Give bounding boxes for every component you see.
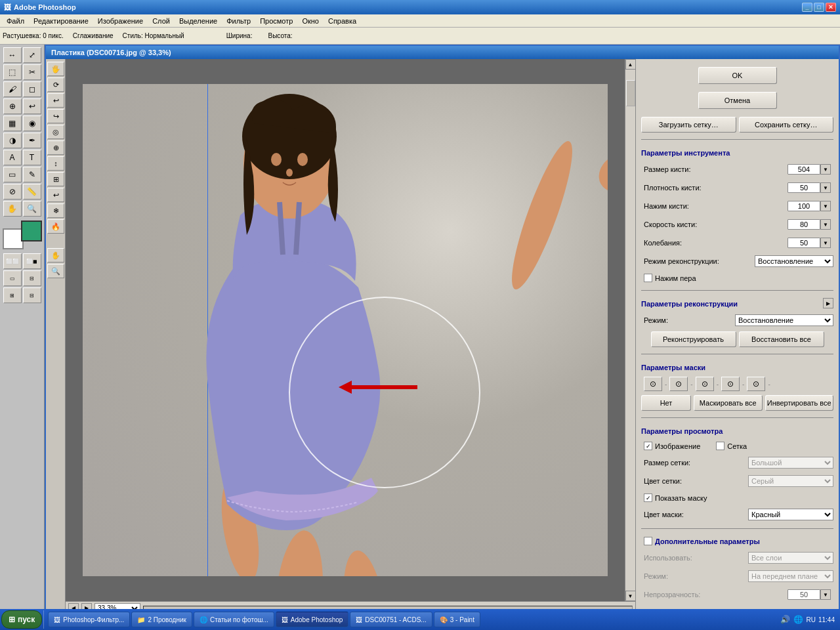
brush-speed-value[interactable] (788, 219, 820, 230)
tool-zoom2[interactable]: 🔍 (23, 201, 41, 217)
menu-help[interactable]: Справка (324, 16, 360, 26)
dlg-tool-thaw[interactable]: 🔥 (47, 219, 64, 234)
use-select[interactable]: Все слои (748, 552, 833, 564)
tool-move[interactable]: ↔ (3, 47, 22, 63)
tool-shape[interactable]: ▭ (3, 167, 22, 182)
menu-layer[interactable]: Слой (148, 16, 174, 26)
dlg-tool-reconstruct[interactable]: ↩ (47, 188, 64, 202)
dlg-tool-warp[interactable]: 🖐 (47, 62, 64, 76)
tool-notes[interactable]: ✎ (23, 167, 41, 182)
oscillation-value[interactable] (788, 238, 820, 248)
tool-path[interactable]: ✒ (23, 133, 41, 148)
menu-select[interactable]: Выделение (175, 16, 221, 26)
show-mask-checkbox[interactable] (644, 494, 652, 502)
oscillation-dropdown-arrow[interactable]: ▼ (820, 238, 831, 248)
save-mesh-button[interactable]: Сохранить сетку… (739, 117, 834, 133)
canvas-image[interactable] (83, 84, 608, 576)
brush-density-dropdown-arrow[interactable]: ▼ (820, 182, 831, 193)
tool-dodge[interactable]: ◑ (3, 133, 22, 148)
tool-brush[interactable]: 🖌 (3, 81, 22, 97)
tool-crop[interactable]: ✂ (23, 64, 41, 80)
dlg-tool-pucker[interactable]: ◎ (47, 125, 64, 139)
dlg-tool-twirl-cw[interactable]: ↩ (47, 93, 64, 108)
tool-quickmask-off[interactable]: ⬜⬜ (3, 253, 22, 269)
tool-gradient[interactable]: ▦ (3, 116, 22, 131)
recon-mode-select[interactable]: Восстановление (735, 314, 833, 326)
opacity-value[interactable] (788, 589, 820, 600)
brush-pressure-value[interactable] (788, 201, 820, 211)
taskbar-item-5[interactable]: 🎨 3 - Paint (434, 612, 480, 627)
restore-all-button[interactable]: Восстановить все (739, 331, 824, 347)
tool-measure[interactable]: 📏 (23, 184, 41, 200)
dlg-tool-hand[interactable]: ✋ (47, 248, 64, 262)
dlg-tool-bloat[interactable]: ⊕ (47, 140, 64, 155)
mask-color-select[interactable]: Красный (748, 509, 833, 520)
mask-icon-5[interactable]: ⊙ (747, 377, 765, 391)
tool-blur[interactable]: ◉ (23, 116, 41, 131)
start-button[interactable]: ⊞ пуск (1, 610, 42, 629)
brush-pressure-dropdown-arrow[interactable]: ▼ (820, 201, 831, 211)
tool-lasso[interactable]: ⬚ (3, 64, 22, 80)
dlg-tool-turbulence[interactable]: ⟳ (47, 77, 64, 92)
load-mesh-button[interactable]: Загрузить сетку… (641, 117, 736, 133)
tool-screen1[interactable]: ▭ (3, 270, 22, 286)
menu-image[interactable]: Изображение (94, 16, 147, 26)
taskbar-item-1[interactable]: 📁 2 Проводник (131, 612, 192, 627)
tool-hand[interactable]: ✋ (3, 201, 22, 217)
dlg-tool-twirl-ccw[interactable]: ↪ (47, 109, 64, 123)
mask-icon-1[interactable]: ⊙ (644, 377, 662, 391)
taskbar-item-0[interactable]: 🖼 Photoshop-Фильтр... (48, 612, 130, 627)
reconstruction-info-icon[interactable]: ▶ (823, 298, 833, 308)
brush-speed-dropdown-arrow[interactable]: ▼ (820, 219, 831, 230)
tool-pen[interactable]: T (23, 150, 41, 165)
tool-clone[interactable]: ⊕ (3, 98, 22, 114)
brush-size-value[interactable] (788, 164, 820, 175)
brush-size-dropdown-arrow[interactable]: ▼ (820, 164, 831, 175)
none-button[interactable]: Нет (641, 395, 691, 411)
tool-type[interactable]: A (3, 150, 22, 165)
tool-eraser[interactable]: ◻ (23, 81, 41, 97)
tool-zoom[interactable]: ⤢ (23, 47, 41, 63)
scroll-thumb-vertical[interactable] (626, 80, 635, 106)
dlg-tool-zoom[interactable]: 🔍 (47, 264, 64, 278)
minimize-button[interactable]: _ (802, 3, 812, 12)
cancel-button[interactable]: Отмена (698, 92, 777, 109)
extra-mode-select[interactable]: На переднем плане (748, 570, 833, 582)
view-grid-checkbox[interactable] (716, 442, 724, 450)
scroll-down-button[interactable]: ▼ (625, 591, 636, 601)
menu-file[interactable]: Файл (3, 16, 28, 26)
menu-window[interactable]: Окно (298, 16, 323, 26)
mask-icon-3[interactable]: ⊙ (696, 377, 714, 391)
scroll-up-button[interactable]: ▲ (625, 59, 636, 70)
invert-all-button[interactable]: Инвертировать все (765, 395, 833, 411)
brush-density-value[interactable] (788, 182, 820, 193)
reconstruction-mode-select[interactable]: Восстановление (755, 255, 833, 267)
close-button[interactable]: ✕ (826, 3, 836, 12)
dlg-tool-reflection[interactable]: ⊞ (47, 172, 64, 186)
taskbar-item-2[interactable]: 🌐 Статьи по фотош... (194, 612, 274, 627)
taskbar-item-3[interactable]: 🖼 Adobe Photoshop (276, 612, 349, 627)
menu-edit[interactable]: Редактирование (30, 16, 93, 26)
tool-layout2[interactable]: ⊟ (23, 287, 41, 303)
foreground-color[interactable] (21, 220, 42, 242)
taskbar-item-4[interactable]: 🖼 DSC00751 - ACDS... (350, 612, 432, 627)
maximize-button[interactable]: □ (814, 3, 824, 12)
tool-history[interactable]: ↩ (23, 98, 41, 114)
reconstruct-button[interactable]: Реконструировать (651, 331, 736, 347)
view-image-checkbox[interactable] (644, 442, 652, 450)
grid-size-select[interactable]: Большой (748, 457, 833, 469)
tool-layout1[interactable]: ⊞ (3, 287, 22, 303)
menu-filter[interactable]: Фильтр (222, 16, 255, 26)
canvas-scrollbar-vertical[interactable]: ▲ ▼ (625, 59, 635, 601)
mask-all-button[interactable]: Маскировать все (694, 395, 762, 411)
extra-params-checkbox[interactable] (644, 537, 652, 545)
dlg-tool-freeze[interactable]: ❄ (47, 203, 64, 218)
tool-screen2[interactable]: ⊟ (23, 270, 41, 286)
dlg-tool-shift[interactable]: ↕ (47, 156, 64, 171)
grid-color-select[interactable]: Серый (748, 475, 833, 487)
tool-quickmask-on[interactable]: ⬜◼ (23, 253, 41, 269)
menu-view[interactable]: Просмотр (256, 16, 297, 26)
pen-pressure-checkbox[interactable] (644, 274, 652, 282)
ok-button[interactable]: OK (698, 67, 777, 84)
mask-icon-4[interactable]: ⊙ (721, 377, 740, 391)
